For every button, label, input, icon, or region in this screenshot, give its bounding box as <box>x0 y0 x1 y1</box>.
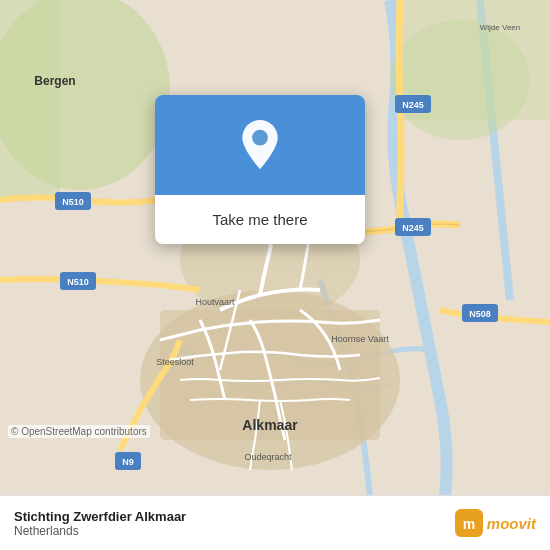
take-me-there-button[interactable]: Take me there <box>171 207 349 232</box>
svg-text:Houtvaart: Houtvaart <box>195 297 235 307</box>
svg-text:Hoornse Vaart: Hoornse Vaart <box>331 334 389 344</box>
copyright-text: © OpenStreetMap contributors <box>8 425 150 438</box>
svg-text:Oudeqracht: Oudeqracht <box>244 452 292 462</box>
svg-text:m: m <box>463 516 475 532</box>
location-pin-icon <box>238 118 282 172</box>
svg-text:N9: N9 <box>122 457 134 467</box>
popup-top <box>155 95 365 195</box>
location-country: Netherlands <box>14 524 186 538</box>
svg-point-4 <box>390 20 530 140</box>
popup-card: Take me there <box>155 95 365 244</box>
svg-text:Steesloot: Steesloot <box>156 357 194 367</box>
svg-text:Alkmaar: Alkmaar <box>242 417 298 433</box>
svg-text:N245: N245 <box>402 100 424 110</box>
location-info: Stichting Zwerfdier Alkmaar Netherlands <box>14 509 186 538</box>
location-name: Stichting Zwerfdier Alkmaar <box>14 509 186 524</box>
moovit-text: moovit <box>487 515 536 532</box>
moovit-icon: m <box>455 509 483 537</box>
moovit-logo: m moovit <box>455 509 536 537</box>
svg-text:N245: N245 <box>402 223 424 233</box>
svg-rect-2 <box>0 0 60 200</box>
bottom-bar: Stichting Zwerfdier Alkmaar Netherlands … <box>0 495 550 550</box>
svg-text:N510: N510 <box>62 197 84 207</box>
svg-point-29 <box>252 130 268 146</box>
svg-text:N508: N508 <box>469 309 491 319</box>
svg-text:Bergen: Bergen <box>34 74 75 88</box>
map-svg: N245 N245 N245 N510 N510 N9 N508 Bergen … <box>0 0 550 495</box>
svg-text:N510: N510 <box>67 277 89 287</box>
svg-text:Wijde Veen: Wijde Veen <box>480 23 520 32</box>
map-container: N245 N245 N245 N510 N510 N9 N508 Bergen … <box>0 0 550 495</box>
popup-button-area[interactable]: Take me there <box>155 195 365 244</box>
